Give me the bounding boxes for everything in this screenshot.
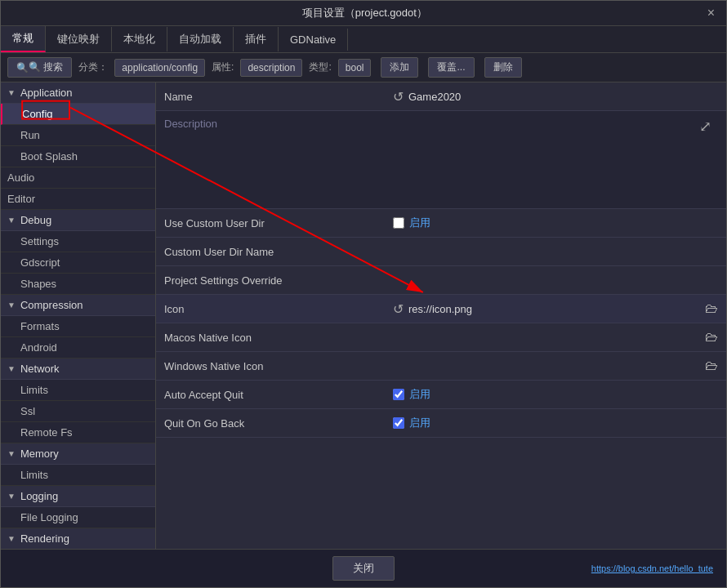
checkbox-auto-accept-quit-text: 启用 [409,387,430,402]
label-description: Description [164,114,393,130]
arrow-compression-icon: ▼ [7,301,16,310]
close-footer-button[interactable]: 关闭 [332,556,395,581]
value-name: ↺ Game2020 [393,89,718,105]
arrow-network-icon: ▼ [7,364,16,373]
sidebar-group-debug[interactable]: ▼ Debug [1,210,155,231]
sidebar-group-compression[interactable]: ▼ Compression [1,295,155,316]
checkbox-auto-accept-quit-label[interactable]: 启用 [393,387,430,402]
sidebar-item-gdscript[interactable]: Gdscript [1,252,155,274]
arrow-icon: ▼ [7,88,16,97]
checkbox-quit-go-back-label[interactable]: 启用 [393,416,430,430]
tab-bar: 常规 键位映射 本地化 自动加载 插件 GDNative [1,26,726,53]
value-custom-user-dir: 启用 [393,216,718,230]
row-custom-user-dir: Use Custom User Dir 启用 [156,209,726,238]
sidebar-item-limits-net[interactable]: Limits [1,380,155,401]
row-name: Name ↺ Game2020 [156,82,726,111]
sidebar-item-android[interactable]: Android [1,337,155,359]
sidebar-item-remotefs[interactable]: Remote Fs [1,422,155,443]
label-quit-go-back: Quit On Go Back [164,417,393,430]
sidebar-item-formats[interactable]: Formats [1,316,155,337]
sidebar-item-limits-mem[interactable]: Limits [1,465,155,486]
row-quit-go-back: Quit On Go Back 启用 [156,409,726,438]
row-macos-icon: Macos Native Icon 🗁 [156,323,726,352]
sidebar-item-run[interactable]: Run [1,125,155,146]
sidebar-item-ssl[interactable]: Ssl [1,401,155,422]
expand-icon[interactable]: ⤢ [699,118,711,136]
sidebar-group-label-logging: Logging [20,490,58,502]
sidebar-item-shapes[interactable]: Shapes [1,274,155,295]
search-button[interactable]: 🔍 🔍 搜索 [7,57,72,78]
label-project-settings-override: Project Settings Override [164,274,393,287]
sidebar-group-label-memory: Memory [20,448,59,460]
sidebar-group-label-network: Network [20,363,60,375]
tab-keymaps[interactable]: 键位映射 [46,27,112,51]
sidebar-item-config[interactable]: Config [1,104,155,125]
tab-plugins[interactable]: 插件 [234,27,279,51]
checkbox-quit-go-back-text: 启用 [409,416,430,430]
row-project-settings-override: Project Settings Override [156,266,726,295]
label-windows-icon: Windows Native Icon [164,360,393,372]
category-value: application/config [114,59,205,77]
label-custom-dirname: Custom User Dir Name [164,246,393,258]
reset-icon-btn[interactable]: ↺ [393,301,404,317]
close-button[interactable]: × [704,6,718,20]
label-custom-user-dir: Use Custom User Dir [164,217,393,229]
sidebar-group-label-application: Application [20,87,73,99]
value-windows-icon: 🗁 [393,359,718,373]
label-name: Name [164,91,393,103]
tab-autoload[interactable]: 自动加载 [167,27,234,51]
sidebar-group-editor[interactable]: Editor [1,189,155,210]
sidebar-group-rendering[interactable]: ▼ Rendering [1,528,155,549]
checkbox-quit-go-back[interactable] [393,417,404,429]
tab-gdnative[interactable]: GDNative [279,29,348,51]
property-value: description [240,59,302,77]
sidebar-item-filelogging[interactable]: File Logging [1,507,155,528]
footer-link[interactable]: https://blog.csdn.net/hello_tute [591,564,713,573]
arrow-rendering-icon: ▼ [7,534,16,543]
property-label: 属性: [212,60,234,74]
checkbox-custom-user-dir-text: 启用 [409,216,430,230]
main-content: ▼ Application Config Run Boot Splash Aud… [1,82,726,549]
checkbox-auto-accept-quit[interactable] [393,389,404,400]
sidebar-item-settings[interactable]: Settings [1,231,155,252]
sidebar-group-memory[interactable]: ▼ Memory [1,443,155,465]
label-macos-icon: Macos Native Icon [164,332,393,344]
sidebar-group-application[interactable]: ▼ Application [1,82,155,104]
label-auto-accept-quit: Auto Accept Quit [164,389,393,401]
sidebar-group-network[interactable]: ▼ Network [1,359,155,380]
tab-general[interactable]: 常规 [1,26,46,52]
sidebar-item-bootsplash[interactable]: Boot Splash [1,146,155,167]
sidebar: ▼ Application Config Run Boot Splash Aud… [1,82,156,549]
cover-button[interactable]: 覆盖... [428,57,474,78]
name-value: Game2020 [408,91,461,103]
windows-folder-icon[interactable]: 🗁 [705,359,718,373]
row-windows-icon: Windows Native Icon 🗁 [156,352,726,381]
category-label: 分类： [78,60,108,74]
sidebar-group-logging[interactable]: ▼ Logging [1,486,155,507]
arrow-memory-icon: ▼ [7,449,16,458]
delete-button[interactable]: 删除 [484,57,522,78]
type-select[interactable]: bool [338,59,372,77]
main-window: 项目设置（project.godot） × 常规 键位映射 本地化 自动加载 插… [0,0,727,588]
sidebar-group-label-compression: Compression [20,299,83,311]
value-macos-icon: 🗁 [393,330,718,345]
add-button[interactable]: 添加 [381,57,418,78]
checkbox-custom-user-dir[interactable] [393,217,404,229]
row-description: Description ⤢ [156,111,726,209]
content-panel: Name ↺ Game2020 Description ⤢ Use Custom… [156,82,726,549]
value-quit-go-back: 启用 [393,416,718,430]
checkbox-custom-user-dir-label[interactable]: 启用 [393,216,430,230]
reset-name-icon[interactable]: ↺ [393,89,404,105]
search-icon: 🔍 [16,62,29,74]
arrow-debug-icon: ▼ [7,216,16,225]
arrow-logging-icon: ▼ [7,492,16,501]
icon-folder-icon[interactable]: 🗁 [705,301,718,316]
footer-bar: 关闭 https://blog.csdn.net/hello_tute [1,549,726,587]
macos-folder-icon[interactable]: 🗁 [705,330,718,345]
sidebar-group-audio[interactable]: Audio [1,167,155,189]
sidebar-group-label-rendering: Rendering [20,532,69,545]
tab-localization[interactable]: 本地化 [112,27,167,51]
row-auto-accept-quit: Auto Accept Quit 启用 [156,381,726,409]
icon-path: res://icon.png [408,303,472,315]
title-bar: 项目设置（project.godot） × [1,1,726,26]
